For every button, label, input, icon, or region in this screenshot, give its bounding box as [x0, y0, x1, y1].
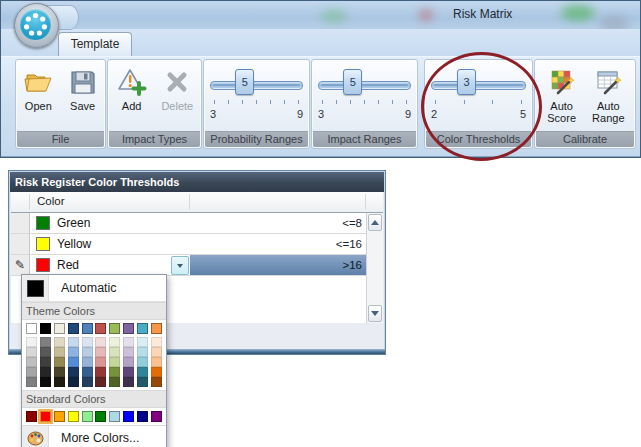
- theme-variant-swatch[interactable]: [82, 367, 93, 377]
- standard-color-swatch[interactable]: [68, 411, 79, 422]
- impact-ranges-slider[interactable]: 5 3 9: [318, 68, 411, 126]
- automatic-color-item[interactable]: Automatic: [22, 275, 166, 302]
- theme-variant-swatch[interactable]: [123, 367, 134, 377]
- color-cell[interactable]: Red: [30, 255, 190, 275]
- theme-variant-swatch[interactable]: [123, 347, 134, 357]
- theme-color-swatch[interactable]: [82, 323, 93, 334]
- theme-variant-swatch[interactable]: [151, 347, 162, 357]
- threshold-cell[interactable]: >16: [190, 255, 366, 275]
- standard-color-swatch[interactable]: [82, 411, 93, 422]
- delete-impact-type-button[interactable]: Delete: [155, 66, 199, 112]
- theme-variant-swatch[interactable]: [151, 377, 162, 387]
- theme-variant-swatch[interactable]: [54, 347, 65, 357]
- tab-template[interactable]: Template: [58, 32, 132, 56]
- scroll-up-button[interactable]: [368, 214, 382, 231]
- color-dropdown-button[interactable]: [171, 256, 189, 275]
- theme-variant-swatch[interactable]: [95, 337, 106, 347]
- theme-variant-swatch[interactable]: [123, 337, 134, 347]
- standard-color-swatch[interactable]: [137, 411, 148, 422]
- theme-variant-swatch[interactable]: [151, 337, 162, 347]
- theme-variant-swatch[interactable]: [151, 367, 162, 377]
- color-cell[interactable]: Green: [30, 213, 190, 233]
- more-colors-item[interactable]: More Colors...: [22, 425, 166, 447]
- table-row-green[interactable]: Green<=8: [11, 213, 366, 234]
- theme-variant-swatch[interactable]: [109, 357, 120, 367]
- theme-variant-swatch[interactable]: [137, 357, 148, 367]
- theme-color-swatch[interactable]: [54, 323, 65, 334]
- theme-color-swatch[interactable]: [26, 323, 37, 334]
- slider-track[interactable]: [210, 81, 303, 90]
- add-impact-type-button[interactable]: Add: [110, 66, 154, 112]
- save-button[interactable]: Save: [61, 66, 105, 112]
- theme-variant-swatch[interactable]: [82, 357, 93, 367]
- slider-thumb[interactable]: 5: [235, 69, 254, 95]
- theme-variant-swatch[interactable]: [137, 367, 148, 377]
- color-thresholds-slider[interactable]: 3 2 5: [431, 68, 526, 126]
- theme-color-swatch[interactable]: [40, 323, 51, 334]
- slider-thumb[interactable]: 3: [457, 69, 476, 95]
- auto-score-button[interactable]: Auto Score: [542, 66, 582, 124]
- theme-color-swatch[interactable]: [123, 323, 134, 334]
- theme-variant-swatch[interactable]: [40, 337, 51, 347]
- row-header[interactable]: ✎: [11, 255, 30, 275]
- standard-color-swatch[interactable]: [151, 411, 162, 422]
- theme-variant-swatch[interactable]: [137, 347, 148, 357]
- threshold-cell[interactable]: <=16: [190, 234, 366, 254]
- row-header[interactable]: [11, 213, 30, 233]
- open-button[interactable]: Open: [16, 66, 60, 112]
- probability-ranges-slider[interactable]: 5 3 9: [210, 68, 303, 126]
- standard-color-swatch[interactable]: [26, 411, 37, 422]
- standard-color-swatch[interactable]: [123, 411, 134, 422]
- vertical-scrollbar[interactable]: [366, 213, 383, 323]
- slider-thumb[interactable]: 5: [343, 69, 362, 95]
- theme-variant-swatch[interactable]: [95, 347, 106, 357]
- color-cell[interactable]: Yellow: [30, 234, 190, 254]
- theme-variant-swatch[interactable]: [40, 377, 51, 387]
- theme-variant-swatch[interactable]: [26, 347, 37, 357]
- theme-variant-swatch[interactable]: [123, 357, 134, 367]
- slider-track[interactable]: [318, 81, 411, 90]
- theme-variant-swatch[interactable]: [40, 357, 51, 367]
- theme-variant-swatch[interactable]: [54, 367, 65, 377]
- theme-variant-swatch[interactable]: [82, 337, 93, 347]
- theme-variant-swatch[interactable]: [68, 347, 79, 357]
- standard-color-swatch[interactable]: [95, 411, 106, 422]
- theme-variant-swatch[interactable]: [109, 347, 120, 357]
- scroll-down-button[interactable]: [368, 305, 382, 322]
- theme-variant-swatch[interactable]: [40, 347, 51, 357]
- row-header[interactable]: [11, 234, 30, 254]
- table-row-yellow[interactable]: Yellow<=16: [11, 234, 366, 255]
- theme-variant-swatch[interactable]: [26, 377, 37, 387]
- theme-variant-swatch[interactable]: [68, 337, 79, 347]
- standard-color-swatch[interactable]: [54, 411, 65, 422]
- theme-variant-swatch[interactable]: [95, 367, 106, 377]
- theme-variant-swatch[interactable]: [151, 357, 162, 367]
- table-row-red[interactable]: ✎Red>16: [11, 255, 366, 276]
- theme-variant-swatch[interactable]: [26, 337, 37, 347]
- theme-variant-swatch[interactable]: [26, 357, 37, 367]
- theme-color-swatch[interactable]: [137, 323, 148, 334]
- theme-variant-swatch[interactable]: [54, 337, 65, 347]
- auto-range-button[interactable]: Auto Range: [588, 66, 628, 124]
- theme-variant-swatch[interactable]: [109, 377, 120, 387]
- threshold-cell[interactable]: <=8: [190, 213, 366, 233]
- theme-variant-swatch[interactable]: [95, 357, 106, 367]
- theme-variant-swatch[interactable]: [54, 377, 65, 387]
- theme-variant-swatch[interactable]: [40, 367, 51, 377]
- slider-track[interactable]: [431, 81, 526, 90]
- theme-variant-swatch[interactable]: [82, 377, 93, 387]
- theme-variant-swatch[interactable]: [109, 367, 120, 377]
- theme-color-swatch[interactable]: [109, 323, 120, 334]
- theme-color-swatch[interactable]: [151, 323, 162, 334]
- application-orb-button[interactable]: [14, 3, 59, 48]
- theme-variant-swatch[interactable]: [68, 367, 79, 377]
- theme-color-swatch[interactable]: [95, 323, 106, 334]
- theme-variant-swatch[interactable]: [95, 377, 106, 387]
- standard-color-swatch-selected[interactable]: [40, 411, 51, 422]
- theme-color-swatch[interactable]: [68, 323, 79, 334]
- theme-variant-swatch[interactable]: [68, 357, 79, 367]
- theme-variant-swatch[interactable]: [109, 337, 120, 347]
- theme-variant-swatch[interactable]: [137, 377, 148, 387]
- theme-variant-swatch[interactable]: [123, 377, 134, 387]
- theme-variant-swatch[interactable]: [26, 367, 37, 377]
